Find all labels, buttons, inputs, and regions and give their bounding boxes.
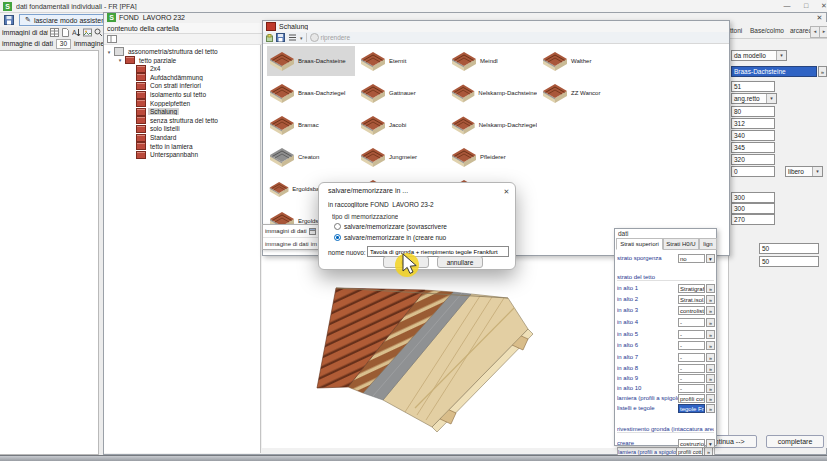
sort-az-icon[interactable]: A <box>72 28 81 37</box>
dati-select-value[interactable]: no <box>678 254 705 263</box>
more-icon[interactable]: » <box>706 318 715 327</box>
dati-value[interactable]: - <box>678 330 705 339</box>
dropdown-icon[interactable]: ▾ <box>706 439 715 448</box>
split-pane-icon[interactable] <box>107 35 117 43</box>
roof-3d-model[interactable] <box>295 262 545 452</box>
more-icon[interactable]: » <box>706 384 715 393</box>
expand-arrow-icon[interactable]: ▾ <box>117 57 123 63</box>
more-icon[interactable]: » <box>706 353 715 362</box>
dati-tabs: Strati superioriStrati H0/Ulign <box>615 238 716 251</box>
gallery-item[interactable]: Creaton <box>267 142 355 172</box>
gallery-header[interactable]: Schalung <box>263 21 729 32</box>
dati-value[interactable]: - <box>678 341 705 350</box>
dati-tab[interactable]: Strati H0/U <box>663 238 699 250</box>
resume-button[interactable]: riprendere <box>310 33 351 42</box>
image-data-value[interactable]: 30 <box>56 39 71 49</box>
list-view-icon[interactable] <box>288 33 297 42</box>
dropdown-icon[interactable]: ▾ <box>776 51 786 60</box>
field-input[interactable]: 312 <box>731 118 775 129</box>
field-input[interactable]: 0 <box>731 166 775 177</box>
gallery-item[interactable]: Braas-Dachziegel <box>267 78 355 108</box>
field-input[interactable]: 300 <box>731 192 775 203</box>
field-input[interactable]: 320 <box>731 154 775 165</box>
combo-more-button[interactable]: » <box>818 66 827 77</box>
search-icon[interactable] <box>94 28 103 37</box>
field-input[interactable]: 80 <box>731 106 775 117</box>
gallery-item[interactable]: Bramac <box>267 110 355 140</box>
more-icon[interactable]: » <box>706 330 715 339</box>
field-input[interactable]: 300 <box>731 203 775 214</box>
cancel-button[interactable]: annullare <box>437 256 483 268</box>
gallery-item[interactable]: Braas-Dachsteine <box>267 46 355 76</box>
more-icon[interactable]: » <box>706 394 715 403</box>
grid-view-icon[interactable] <box>50 28 59 37</box>
field-input[interactable]: 50 <box>759 243 819 254</box>
field-select[interactable]: libero▾ <box>785 166 823 177</box>
field-input[interactable]: 340 <box>731 130 775 141</box>
dati-tab[interactable]: lign <box>699 238 717 250</box>
dati-value[interactable]: Stratigrafi... <box>678 284 705 293</box>
dati-row: in alto 2Strat.isol.g...» <box>617 294 716 304</box>
gallery-item[interactable]: Eternit <box>358 46 446 76</box>
more-icon[interactable]: » <box>706 374 715 383</box>
gallery-item[interactable]: Pfleiderer <box>449 142 537 172</box>
dati-value[interactable]: - <box>678 374 705 383</box>
field-select[interactable]: ang.retto▾ <box>731 93 777 104</box>
image-icon[interactable] <box>83 28 92 37</box>
panel-pin-icon[interactable] <box>309 228 316 235</box>
gallery-item[interactable]: Nelskamp-Dachziegel <box>449 110 537 140</box>
more-icon[interactable]: » <box>706 364 715 373</box>
more-icon[interactable]: » <box>706 341 715 350</box>
dropdown-icon[interactable]: ▾ <box>766 94 776 103</box>
dati-value[interactable]: profili con... <box>678 394 705 403</box>
gallery-item[interactable]: Jacobi <box>358 110 446 140</box>
maximize-button[interactable]: □ <box>798 0 814 12</box>
tree-item-label: isolamento sul tetto <box>148 91 208 98</box>
save-icon[interactable] <box>276 33 285 42</box>
more-icon[interactable]: » <box>706 284 715 293</box>
dati-value[interactable]: Strat.isol.g... <box>678 295 705 304</box>
more-icon[interactable]: » <box>706 306 715 315</box>
dati-value[interactable]: tegole Fra... <box>678 404 705 413</box>
dati-value[interactable]: - <box>678 364 705 373</box>
more-icon[interactable]: » <box>706 404 715 413</box>
gallery-item[interactable]: Meindl <box>449 46 537 76</box>
field-input[interactable]: 50 <box>759 256 819 267</box>
dropdown-icon[interactable]: ▾ <box>812 167 822 176</box>
field-input[interactable]: 51 <box>731 81 775 92</box>
minimize-button[interactable]: — <box>779 0 795 12</box>
roof-structure-icon <box>136 142 146 150</box>
field-select[interactable]: da modello▾ <box>731 50 787 61</box>
dati-value[interactable]: - <box>678 353 705 362</box>
more-icon[interactable]: » <box>706 295 715 304</box>
radio-selected-icon[interactable] <box>334 234 341 241</box>
dati-value[interactable]: - <box>678 318 705 327</box>
gallery-item[interactable]: Walther <box>540 46 628 76</box>
expand-arrow-icon[interactable]: ▾ <box>106 49 112 55</box>
view-dropdown-icon[interactable]: ▾ <box>300 35 303 41</box>
gallery-item[interactable]: Jungmeier <box>358 142 446 172</box>
gallery-item[interactable]: Gattnauer <box>358 78 446 108</box>
dati-value[interactable]: - <box>678 384 705 393</box>
dati-value[interactable]: controliste... <box>678 306 705 315</box>
dialog-close-icon[interactable]: ✕ <box>501 186 512 197</box>
complete-button[interactable]: completare <box>766 435 824 448</box>
radio-option[interactable]: salvare/memorizzare in (creare nuo <box>334 233 446 242</box>
dati-select-value[interactable]: costruzione s <box>678 439 705 448</box>
dati-tab[interactable]: Strati superiori <box>616 238 663 250</box>
gallery-item[interactable]: ZZ Wancor <box>540 78 628 108</box>
tree-item[interactable]: Unterspannbahn <box>104 150 261 159</box>
close-button[interactable]: ✕ <box>816 0 827 12</box>
gallery-item[interactable]: Nelskamp-Dachsteine <box>449 78 537 108</box>
field-input[interactable]: 345 <box>731 142 775 153</box>
item-icon[interactable] <box>266 34 273 42</box>
save-icon[interactable] <box>4 15 14 25</box>
new-page-icon[interactable] <box>61 28 70 37</box>
field-input[interactable]: 270 <box>731 214 775 225</box>
dropdown-icon[interactable]: ▾ <box>706 254 715 263</box>
images-list-area[interactable] <box>0 50 99 455</box>
mini-panel-header[interactable]: immagini di dati <box>263 225 318 238</box>
material-combo[interactable]: Braas-Dachsteine <box>731 66 817 77</box>
radio-option[interactable]: salvare/memorizzare (sovrascrivere <box>334 222 447 231</box>
radio-unselected-icon[interactable] <box>334 223 341 230</box>
